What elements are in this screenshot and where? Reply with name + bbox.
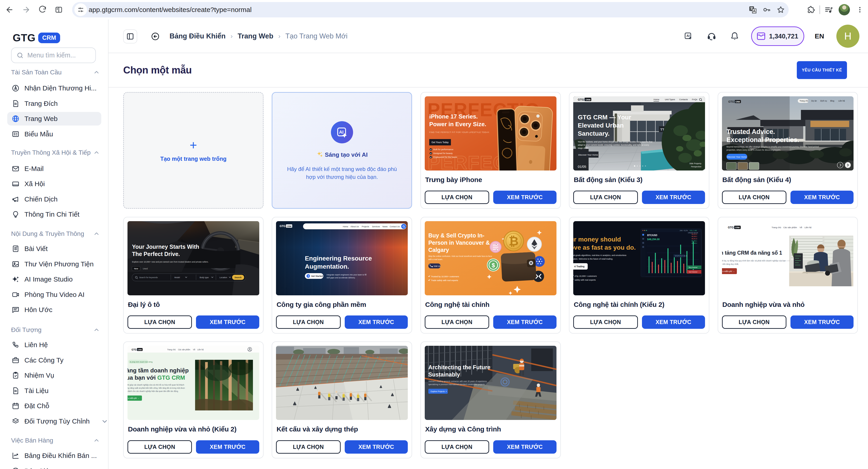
svg-text:GTG CRM — Your: GTG CRM — Your xyxy=(578,114,631,121)
svg-text:d by 10,000+ customers: d by 10,000+ customers xyxy=(575,275,597,277)
svg-text:Trusted by 10,000+ customers: Trusted by 10,000+ customers xyxy=(431,275,459,277)
svg-text:Discover Your Home: Discover Your Home xyxy=(727,155,747,158)
svg-text:$48,294.00: $48,294.00 xyxy=(647,238,659,241)
svg-text:CRM: CRM xyxy=(287,225,291,227)
svg-text:Integrate expert engineers int: Integrate expert engineers into your tea… xyxy=(327,273,367,276)
svg-text:Visit Us: Visit Us xyxy=(434,265,440,267)
svg-text:GTG: GTG xyxy=(728,226,734,229)
svg-text:Search: Search xyxy=(235,276,242,279)
svg-text:About Us: About Us xyxy=(350,225,359,228)
svg-text:anh bạ, tự động hóa quy trình: anh bạ, tự động hóa quy trình làm việc v… xyxy=(722,260,794,262)
svg-text:48,301.8: 48,301.8 xyxy=(691,238,697,239)
svg-text:FIND THE PERFECT FIT FOR YOUR: FIND THE PERFECT FIT FOR YOUR LIFESTYLE … xyxy=(429,131,490,134)
svg-text:ORDER BOOK: ORDER BOOK xyxy=(688,232,698,234)
svg-text:Your life evolves, and your ho: Your life evolves, and your home should … xyxy=(578,141,653,143)
svg-text:Body type: Body type xyxy=(199,276,209,279)
svg-text:ur money should: ur money should xyxy=(573,236,621,243)
svg-text:Trusted Advice.: Trusted Advice. xyxy=(726,128,775,135)
svg-text:CRM: CRM xyxy=(735,226,739,229)
svg-text:Elevated Urban: Elevated Urban xyxy=(578,122,624,129)
svg-text:ove as fast as you do.: ove as fast as you do. xyxy=(573,244,636,251)
svg-text:48,288.4: 48,288.4 xyxy=(691,242,697,244)
svg-text:Services: Services xyxy=(372,225,380,228)
svg-text:u miễn phí →: u miễn phí → xyxy=(722,270,735,272)
svg-text:Projects: Projects xyxy=(362,225,369,228)
svg-text:Buy & Sell Crypto In-: Buy & Sell Crypto In- xyxy=(428,232,485,239)
svg-text:GTG: GTG xyxy=(728,100,734,104)
svg-text:ua bạn với GTG CRM: ua bạn với GTG CRM xyxy=(127,374,185,381)
svg-text:GTG: GTG xyxy=(131,349,136,351)
svg-text:Side Property: Side Property xyxy=(689,163,702,165)
svg-text:AI: AI xyxy=(339,129,344,135)
svg-text:Các sản phẩm: Các sản phẩm xyxy=(178,349,190,351)
svg-text:The Perfect Drive.: The Perfect Drive. xyxy=(132,251,180,257)
svg-text:onal-grade algorithms, real-ti: onal-grade algorithms, real-time AI anal… xyxy=(573,254,626,257)
svg-text:Liên hệ: Liên hệ xyxy=(197,349,204,351)
svg-text:Vietnam's leading general cont: Vietnam's leading general contractor wit… xyxy=(428,380,487,382)
svg-text:Home: Home xyxy=(343,225,348,228)
svg-text:Person in Vancouver &: Person in Vancouver & xyxy=(428,239,490,246)
svg-text:24H: +5.2%: 24H: +5.2% xyxy=(680,230,688,231)
svg-text:GTG: GTG xyxy=(280,225,285,228)
svg-text:ecution. Welcome to the future: ecution. Welcome to the future of retail… xyxy=(573,258,613,260)
svg-text:AI: AI xyxy=(686,34,690,37)
svg-text:Home: Home xyxy=(653,98,659,100)
svg-text:n tảng CRM đa năng số 1: n tảng CRM đa năng số 1 xyxy=(722,250,782,256)
svg-text:Beyond transactions, we offer: Beyond transactions, we offer strategic … xyxy=(726,146,819,148)
svg-text:News: News xyxy=(382,225,388,228)
svg-text:àng tầm doanh nghiệp: àng tầm doanh nghiệp xyxy=(127,367,189,374)
svg-text:Location: Location xyxy=(219,276,227,279)
svg-text:Discover Your Home: Discover Your Home xyxy=(578,153,598,156)
svg-text:Calgary: Calgary xyxy=(428,247,449,253)
svg-text:Dịch vụ: Dịch vụ xyxy=(820,100,827,102)
svg-text:Perspective: Perspective xyxy=(691,166,702,168)
svg-text:specializing in premium intern: specializing in premium international-st… xyxy=(428,383,485,386)
svg-text:stage of life.: stage of life. xyxy=(578,147,589,149)
svg-text:Trang chủ: Trang chủ xyxy=(800,100,808,102)
svg-text:Built for performance: Built for performance xyxy=(433,148,454,151)
svg-text:STOP BUY 48.3K: STOP BUY 48.3K xyxy=(675,255,688,257)
svg-text:Liên hệ: Liên hệ xyxy=(838,100,845,102)
svg-text:Sustainably: Sustainably xyxy=(428,371,460,378)
svg-text:with a real team.: with a real team. xyxy=(428,258,443,261)
svg-text:BTC/USD: BTC/USD xyxy=(647,234,657,237)
svg-text:Used: Used xyxy=(143,267,148,270)
svg-text:Augmentation.: Augmentation. xyxy=(305,263,349,270)
svg-text:Your Journey Starts With: Your Journey Starts With xyxy=(132,243,199,250)
svg-text:01/05: 01/05 xyxy=(578,165,586,169)
svg-text:Các sản phẩm: Các sản phẩm xyxy=(783,226,797,229)
svg-text:properties, where every detail: properties, where every detail is chosen… xyxy=(726,149,781,151)
svg-text:ột nền tảng duy nhất.: ột nền tảng duy nhất. xyxy=(722,263,739,265)
svg-text:ải pháp kinh doanh bền vững: ải pháp kinh doanh bền vững xyxy=(130,361,153,363)
svg-text:Contact Us: Contact Us xyxy=(390,225,400,228)
svg-text:Get Yours Today: Get Yours Today xyxy=(432,141,449,144)
svg-text:RM giúp các doanh nghiệp vừa v: RM giúp các doanh nghiệp vừa và nhỏ tối … xyxy=(127,384,184,386)
svg-text:CRM: CRM xyxy=(138,349,142,351)
svg-text:skill gaps and accelerate deli: skill gaps and accelerate delivery. xyxy=(327,276,355,279)
svg-text:GTG: GTG xyxy=(578,98,584,101)
svg-text:iPhone 17 Series.: iPhone 17 Series. xyxy=(429,113,478,120)
svg-text:CRM: CRM xyxy=(586,98,590,101)
svg-text:Liên hệ: Liên hệ xyxy=(804,226,811,229)
svg-text:New: New xyxy=(134,267,138,270)
svg-text:Power in Every Size.: Power in Every Size. xyxy=(429,121,486,127)
svg-text:$: $ xyxy=(492,262,495,268)
svg-text:48,305.2: 48,305.2 xyxy=(691,236,697,237)
svg-text:VOL: 2.4B: VOL: 2.4B xyxy=(690,230,697,231)
svg-text:Trang chủ: Trang chủ xyxy=(167,349,176,351)
svg-text:adapt to your current needs, e: adapt to your current needs, ensuring co… xyxy=(578,144,649,146)
svg-text:Explore Projects ↗: Explore Projects ↗ xyxy=(431,390,447,392)
svg-text:Trang chủ: Trang chủ xyxy=(772,226,781,229)
svg-text:Designed for beauty: Designed for beauty xyxy=(433,152,453,154)
svg-text:Buy Market: Buy Market xyxy=(689,266,698,268)
svg-text:Get Started: Get Started xyxy=(311,275,323,277)
svg-text:Explore over 10,000+ new and p: Explore over 10,000+ new and pre-owned c… xyxy=(132,261,209,263)
svg-text:Search for keywords: Search for keywords xyxy=(139,276,158,279)
svg-text:rt Trading: rt Trading xyxy=(574,265,585,268)
svg-text:48,310.5: 48,310.5 xyxy=(691,233,697,235)
svg-text:Về: Về xyxy=(800,226,802,229)
svg-text:48,292.1: 48,292.1 xyxy=(691,240,697,242)
svg-text:FAQs: FAQs xyxy=(692,98,698,100)
svg-text:Sanctuary.: Sanctuary. xyxy=(578,130,610,137)
svg-text:Dự án: Dự án xyxy=(811,100,817,102)
